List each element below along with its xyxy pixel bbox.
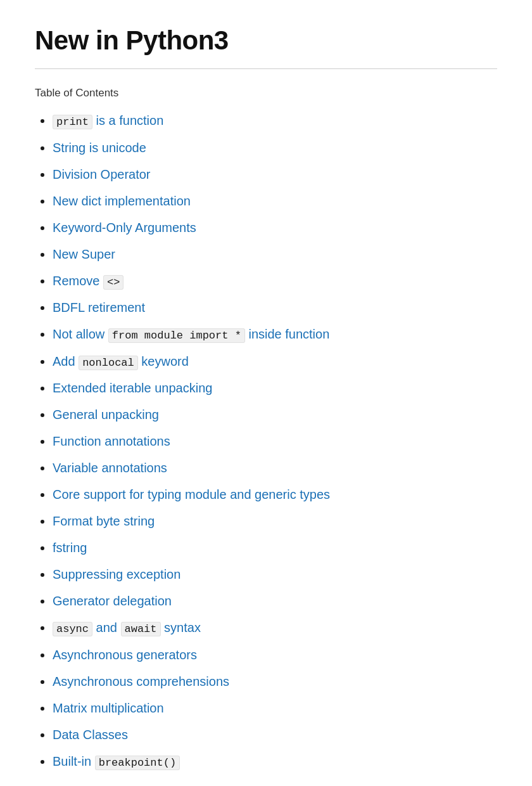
list-item: String is unicode	[53, 138, 497, 157]
item-text: syntax	[161, 621, 201, 635]
toc-link[interactable]: Core support for typing module and gener…	[53, 487, 330, 501]
list-item: Generator delegation	[53, 591, 497, 610]
list-item: General unpacking	[53, 405, 497, 424]
list-item: Extended iterable unpacking	[53, 378, 497, 397]
list-item: Format byte string	[53, 512, 497, 531]
toc-link[interactable]: Add	[53, 354, 75, 368]
toc-link[interactable]: Keyword-Only Arguments	[53, 221, 196, 235]
list-item: Variable annotations	[53, 458, 497, 477]
toc-link[interactable]: Matrix multiplication	[53, 701, 164, 715]
toc-link[interactable]: New Super	[53, 247, 115, 261]
list-item: New Super	[53, 245, 497, 264]
list-item: Not allow from module import * inside fu…	[53, 325, 497, 344]
toc-link[interactable]: fstring	[53, 541, 87, 555]
toc-link[interactable]: Not allow	[53, 327, 104, 341]
toc-link[interactable]: BDFL retirement	[53, 300, 145, 314]
list-item: Function annotations	[53, 432, 497, 451]
list-item: Built-in breakpoint()	[53, 752, 497, 771]
item-text: inside function	[245, 327, 329, 341]
inline-code: print	[53, 115, 92, 129]
toc-link[interactable]: Variable annotations	[53, 461, 167, 475]
toc-link[interactable]: Division Operator	[53, 167, 151, 181]
toc-link[interactable]: Format byte string	[53, 514, 155, 528]
list-item: Asynchronous generators	[53, 645, 497, 664]
list-item: Division Operator	[53, 165, 497, 184]
divider	[35, 68, 497, 69]
list-item: New dict implementation	[53, 191, 497, 210]
list-item: Suppressing exception	[53, 565, 497, 584]
item-text: and	[92, 621, 120, 635]
inline-code: <>	[103, 275, 124, 290]
list-item: Remove <>	[53, 271, 497, 291]
toc-link[interactable]: Generator delegation	[53, 594, 172, 608]
toc-label: Table of Contents	[35, 87, 497, 100]
inline-code: from module import *	[108, 328, 245, 343]
list-item: fstring	[53, 538, 497, 557]
toc-link[interactable]: Built-in	[53, 754, 91, 768]
list-item: Add nonlocal keyword	[53, 352, 497, 371]
table-of-contents: print is a functionString is unicodeDivi…	[35, 111, 497, 771]
toc-link[interactable]: Remove	[53, 274, 99, 288]
list-item: Keyword-Only Arguments	[53, 218, 497, 237]
toc-link[interactable]: New dict implementation	[53, 194, 191, 208]
list-item: BDFL retirement	[53, 298, 497, 317]
inline-code: nonlocal	[79, 356, 138, 370]
list-item: Core support for typing module and gener…	[53, 485, 497, 504]
toc-link[interactable]: General unpacking	[53, 408, 159, 422]
item-text: is a function	[92, 113, 163, 127]
inline-code: async	[53, 622, 92, 636]
list-item: print is a function	[53, 111, 497, 131]
page-title: New in Python3	[35, 25, 497, 56]
list-item: async and await syntax	[53, 618, 497, 638]
toc-link[interactable]: String is unicode	[53, 141, 146, 155]
list-item: Data Classes	[53, 725, 497, 744]
inline-code: await	[121, 622, 161, 636]
item-text: keyword	[138, 354, 189, 368]
inline-code: breakpoint()	[95, 756, 180, 770]
list-item: Matrix multiplication	[53, 699, 497, 718]
toc-link[interactable]: Asynchronous generators	[53, 648, 197, 662]
list-item: Asynchronous comprehensions	[53, 672, 497, 691]
item-text	[104, 327, 108, 341]
item-text	[91, 754, 95, 768]
toc-link[interactable]: Data Classes	[53, 728, 128, 742]
toc-link[interactable]: Asynchronous comprehensions	[53, 674, 229, 688]
toc-link[interactable]: Suppressing exception	[53, 567, 180, 581]
toc-link[interactable]: Extended iterable unpacking	[53, 381, 212, 395]
toc-link[interactable]: Function annotations	[53, 434, 170, 448]
